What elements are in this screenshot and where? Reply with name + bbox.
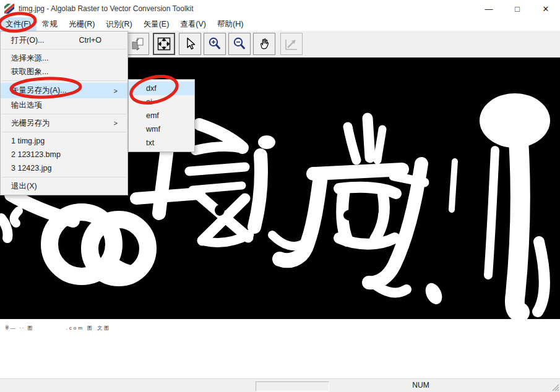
window-controls: — □ ✕	[475, 0, 560, 17]
minimize-button[interactable]: —	[475, 0, 503, 17]
window-titlebar: timg.jpg - Algolab Raster to Vector Conv…	[0, 0, 560, 17]
menu-help[interactable]: 帮助(H)	[212, 17, 249, 31]
menu-item-save-vector-as-label: 矢量另存为(A)...	[11, 85, 67, 96]
cursor-icon	[182, 36, 198, 52]
menu-item-exit[interactable]: 退出(X)	[1, 179, 127, 193]
menu-separator	[2, 114, 126, 114]
menu-item-output-options[interactable]: 输出选项	[1, 98, 127, 112]
menu-item-open-shortcut: Ctrl+O	[79, 36, 101, 45]
submenu-item-emf[interactable]: emf	[129, 109, 194, 122]
menu-item-select-source[interactable]: 选择来源...	[1, 51, 127, 65]
submenu-arrow-icon: >	[114, 119, 118, 127]
app-window: timg.jpg - Algolab Raster to Vector Conv…	[0, 0, 560, 392]
menu-separator	[2, 177, 126, 177]
submenu-item-ai-label: ai	[146, 98, 152, 106]
submenu-item-ai[interactable]: ai	[129, 95, 194, 109]
submenu-item-emf-label: emf	[146, 111, 159, 120]
menu-general[interactable]: 常规	[37, 17, 63, 31]
menu-item-select-source-label: 选择来源...	[11, 53, 48, 64]
zoom-out-icon	[231, 36, 248, 52]
measure-tool-button	[280, 33, 303, 55]
zoom-in-icon	[207, 36, 223, 52]
submenu-arrow-icon: >	[114, 87, 118, 95]
menu-item-output-options-label: 输出选项	[11, 100, 42, 111]
menu-raster[interactable]: 光栅(R)	[63, 17, 100, 31]
window-title: timg.jpg - Algolab Raster to Vector Conv…	[19, 4, 194, 13]
recent-file-label: 2 123123.bmp	[11, 150, 61, 159]
menu-view[interactable]: 查看(V)	[174, 17, 212, 31]
measure-arrow-icon	[283, 36, 299, 52]
menubar: 文件(F) 常规 光栅(R) 识别(R) 矢量(E) 查看(V) 帮助(H)	[0, 17, 560, 31]
recent-file-label: 3 12423.jpg	[11, 164, 51, 173]
menu-item-recent-1[interactable]: 1 timg.jpg	[1, 134, 127, 148]
submenu-item-txt[interactable]: txt	[129, 136, 194, 150]
status-panel	[256, 381, 329, 391]
menu-item-recent-2[interactable]: 2 123123.bmp	[1, 148, 127, 161]
menu-separator	[2, 132, 126, 132]
menu-item-save-raster-as-label: 光栅另存为	[11, 118, 50, 129]
menu-item-acquire-image-label: 获取图象...	[11, 67, 48, 77]
num-indicator: NUM	[399, 381, 442, 390]
select-tool-button[interactable]	[179, 33, 201, 55]
maximize-button[interactable]: □	[503, 0, 532, 17]
submenu-item-wmf-label: wmf	[146, 125, 160, 134]
watermark: ※— ·· 图 .com 图 文图	[0, 319, 560, 336]
submenu-item-wmf[interactable]: wmf	[129, 122, 194, 136]
watermark-right-marks: .com 图 文图	[66, 325, 111, 331]
menu-item-open-label: 打开(O)...	[11, 35, 44, 46]
submenu-item-dxf-label: dxf	[146, 84, 157, 93]
vector-format-submenu: dxf ai emf wmf txt	[128, 79, 195, 152]
hand-icon	[256, 36, 272, 52]
convert-button[interactable]	[127, 33, 149, 55]
pan-tool-button[interactable]	[253, 33, 275, 55]
submenu-item-txt-label: txt	[146, 138, 154, 147]
zoom-out-button[interactable]	[228, 33, 251, 55]
close-button[interactable]: ✕	[532, 0, 560, 17]
menu-item-save-vector-as[interactable]: 矢量另存为(A)... >	[1, 83, 127, 98]
convert-icon	[130, 36, 146, 52]
fit-window-button[interactable]	[153, 33, 175, 55]
resize-grip-icon[interactable]	[551, 383, 559, 391]
zoom-in-button[interactable]	[204, 33, 226, 55]
menu-item-acquire-image[interactable]: 获取图象...	[1, 65, 127, 79]
watermark-left-marks: ※— ·· 图	[5, 325, 33, 331]
menu-item-recent-3[interactable]: 3 12423.jpg	[1, 161, 127, 175]
menu-recognize[interactable]: 识别(R)	[100, 17, 137, 31]
menu-separator	[2, 80, 126, 81]
menu-item-open[interactable]: 打开(O)... Ctrl+O	[1, 33, 127, 47]
menu-file[interactable]: 文件(F)	[0, 17, 37, 31]
fit-window-icon	[156, 36, 172, 52]
statusbar: NUM	[0, 378, 560, 392]
menu-item-save-raster-as[interactable]: 光栅另存为 >	[1, 116, 127, 130]
submenu-item-dxf[interactable]: dxf	[129, 82, 194, 95]
menu-vector[interactable]: 矢量(E)	[138, 17, 175, 31]
app-icon	[4, 4, 14, 14]
file-menu: 打开(O)... Ctrl+O 选择来源... 获取图象... 矢量另存为(A)…	[0, 31, 128, 195]
recent-file-label: 1 timg.jpg	[11, 137, 45, 145]
menu-item-exit-label: 退出(X)	[11, 181, 37, 192]
menu-separator	[2, 49, 126, 49]
